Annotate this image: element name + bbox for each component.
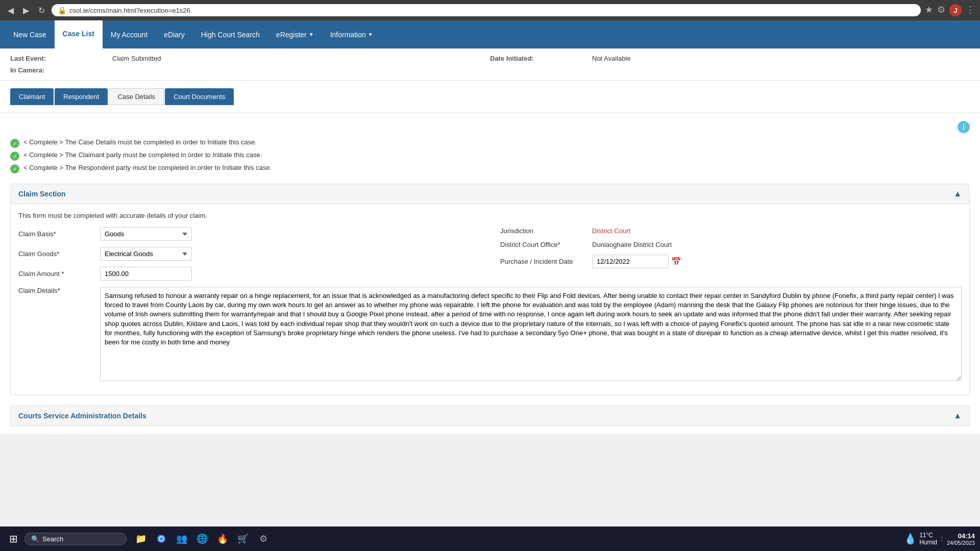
jurisdiction-label: Jurisdiction <box>500 227 592 235</box>
date-initiated-value: Not Available <box>592 53 970 64</box>
nav-information[interactable]: Information ▼ <box>322 20 381 48</box>
info-bar: Last Event: Claim Submitted Date Initiat… <box>0 48 980 81</box>
status-text-3: < Complete > The Respondent party must b… <box>23 164 272 171</box>
claim-details-row: Claim Details* Samsung refused to honour… <box>18 287 962 381</box>
bottom-section-toggle[interactable]: ▲ <box>953 411 962 420</box>
nav-new-case[interactable]: New Case <box>5 20 55 48</box>
nav-ediary[interactable]: eDiary <box>156 20 192 48</box>
in-camera-label: In Camera: <box>10 64 112 76</box>
claim-section: Claim Section ▲ This form must be comple… <box>10 184 970 395</box>
form-grid: Claim Basis* Goods Claim Goods* Electric… <box>18 227 962 287</box>
nav-case-list[interactable]: Case List <box>55 20 103 48</box>
claim-basis-label: Claim Basis* <box>18 230 100 238</box>
date-wrapper: 📅 <box>592 255 962 268</box>
back-button[interactable]: ◀ <box>5 5 16 16</box>
eregister-dropdown-icon: ▼ <box>309 32 314 37</box>
claim-basis-row: Claim Basis* Goods <box>18 227 480 241</box>
url-text: csol.ie/ccms/main.html?execution=e1s26 <box>69 7 190 14</box>
nav-high-court-search[interactable]: High Court Search <box>193 20 268 48</box>
district-court-office-value: Dunlaoghaire District Court <box>592 241 962 248</box>
form-right: Jurisdiction District Court District Cou… <box>500 227 962 287</box>
main-content: Last Event: Claim Submitted Date Initiat… <box>0 48 980 434</box>
claim-section-header: Claim Section ▲ <box>11 184 969 204</box>
claim-goods-label: Claim Goods* <box>18 250 100 258</box>
status-text-2: < Complete > The Claimant party must be … <box>23 151 262 159</box>
bottom-section-title: Courts Service Administration Details <box>18 412 146 420</box>
info-icon-row: i <box>10 121 970 133</box>
claim-details-textarea[interactable]: Samsung refused to honour a warranty rep… <box>100 287 962 381</box>
tab-list: Claimant Respondent Case Details Court D… <box>10 88 970 105</box>
status-messages: ✓ < Complete > The Case Details must be … <box>10 138 970 173</box>
status-item-3: ✓ < Complete > The Respondent party must… <box>10 164 970 173</box>
tab-respondent[interactable]: Respondent <box>55 88 108 105</box>
tab-case-details[interactable]: Case Details <box>109 88 164 105</box>
tab-claimant[interactable]: Claimant <box>10 88 54 105</box>
section-toggle-icon[interactable]: ▲ <box>953 189 962 198</box>
section-description: This form must be completed with accurat… <box>18 212 962 219</box>
nav-my-account[interactable]: My Account <box>103 20 156 48</box>
last-event-value: Claim Submitted <box>112 53 490 64</box>
claim-amount-label: Claim Amount * <box>18 270 100 278</box>
claim-section-body: This form must be completed with accurat… <box>11 204 969 395</box>
status-text-1: < Complete > The Case Details must be co… <box>23 138 257 146</box>
status-item-2: ✓ < Complete > The Claimant party must b… <box>10 151 970 161</box>
tabs-container: Claimant Respondent Case Details Court D… <box>0 81 980 113</box>
date-initiated-label: Date Initiated: <box>490 53 592 64</box>
forward-button[interactable]: ▶ <box>20 5 32 16</box>
claim-goods-select[interactable]: Electrical Goods <box>100 247 192 261</box>
check-icon-2: ✓ <box>10 152 19 161</box>
purchase-incident-date-input[interactable] <box>592 255 669 268</box>
info-icon[interactable]: i <box>958 121 970 133</box>
district-court-office-row: District Court Office* Dunlaoghaire Dist… <box>500 241 962 248</box>
in-camera-value <box>112 64 490 76</box>
jurisdiction-value: District Court <box>592 227 962 235</box>
address-bar[interactable]: 🔒 csol.ie/ccms/main.html?execution=e1s26 <box>52 4 921 16</box>
tab-court-documents[interactable]: Court Documents <box>165 88 234 105</box>
claim-goods-row: Claim Goods* Electrical Goods <box>18 247 480 261</box>
check-icon-1: ✓ <box>10 139 19 148</box>
refresh-button[interactable]: ↻ <box>36 5 47 16</box>
calendar-icon[interactable]: 📅 <box>671 257 681 266</box>
status-item-1: ✓ < Complete > The Case Details must be … <box>10 138 970 148</box>
claim-section-title: Claim Section <box>18 190 66 198</box>
form-left: Claim Basis* Goods Claim Goods* Electric… <box>18 227 480 287</box>
district-court-office-label: District Court Office* <box>500 241 592 248</box>
browser-chrome: ◀ ▶ ↻ 🔒 csol.ie/ccms/main.html?execution… <box>0 0 980 20</box>
jurisdiction-row: Jurisdiction District Court <box>500 227 962 235</box>
check-icon-3: ✓ <box>10 164 19 173</box>
nav-eregister[interactable]: eRegister ▼ <box>268 20 322 48</box>
claim-details-label: Claim Details* <box>18 287 100 294</box>
claim-amount-row: Claim Amount * <box>18 267 480 281</box>
content-area: i ✓ < Complete > The Case Details must b… <box>0 113 980 434</box>
purchase-incident-date-label: Purchase / Incident Date <box>500 258 592 265</box>
last-event-label: Last Event: <box>10 53 112 64</box>
information-dropdown-icon: ▼ <box>368 32 373 37</box>
claim-basis-select[interactable]: Goods <box>100 227 192 241</box>
browser-actions: ★ ⚙ J ⋮ <box>925 4 975 16</box>
bottom-section-header: Courts Service Administration Details ▲ <box>10 406 970 426</box>
purchase-incident-date-row: Purchase / Incident Date 📅 <box>500 255 962 268</box>
claim-amount-input[interactable] <box>100 267 192 281</box>
main-navbar: New Case Case List My Account eDiary Hig… <box>0 20 980 48</box>
